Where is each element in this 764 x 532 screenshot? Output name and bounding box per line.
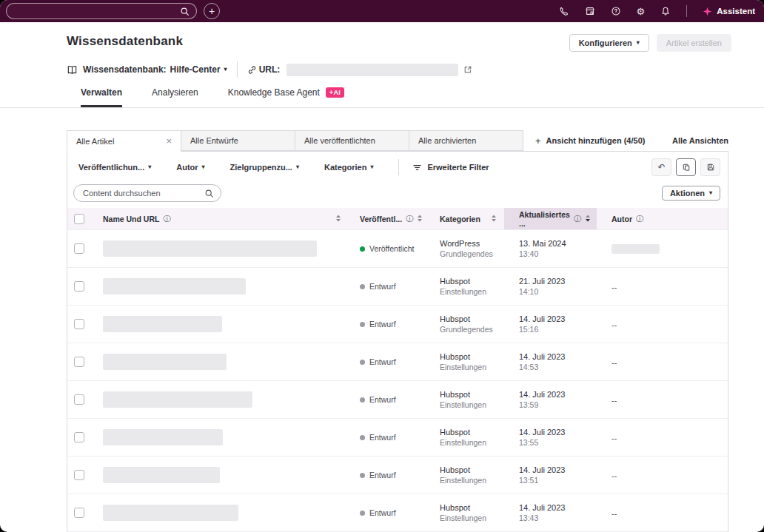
row-select-cell xyxy=(67,268,93,305)
filter-dropdown-kategorien[interactable]: Kategorien▾ xyxy=(324,163,373,172)
select-all-checkbox[interactable] xyxy=(74,214,84,224)
global-search-input[interactable] xyxy=(6,3,197,19)
help-icon[interactable] xyxy=(611,6,621,16)
kb-selector[interactable]: Hilfe-Center ▾ xyxy=(170,64,227,75)
view-tab-alle-archivierten[interactable]: Alle archivierten xyxy=(409,130,523,151)
filter-dropdown-autor[interactable]: Autor▾ xyxy=(176,163,204,172)
all-views-button[interactable]: Alle Ansichten xyxy=(672,130,728,151)
article-name-cell[interactable] xyxy=(93,240,349,257)
column-header-kategorien[interactable]: Kategorien xyxy=(419,208,504,229)
article-name-cell[interactable] xyxy=(93,467,349,483)
marketplace-icon[interactable] xyxy=(585,6,595,16)
row-select-cell xyxy=(67,381,93,418)
content-search-field[interactable] xyxy=(73,184,221,202)
status-badge: Veröffentlicht xyxy=(369,244,415,253)
chevron-down-icon: ▾ xyxy=(148,164,151,170)
url-label: URL: xyxy=(259,64,281,75)
redacted-article-name xyxy=(103,467,220,483)
chevron-down-icon: ▾ xyxy=(202,164,205,170)
column-header-name-und-url[interactable]: Name Und URLⓘ xyxy=(93,208,349,229)
article-name-cell[interactable] xyxy=(93,429,349,445)
column-header-autor[interactable]: Autorⓘ xyxy=(597,208,728,229)
article-name-cell[interactable] xyxy=(93,278,349,294)
add-view-button[interactable]: +Ansicht hinzufügen (4/50) xyxy=(535,130,645,151)
updated-time: 14:10 xyxy=(519,287,597,296)
updated-date: 14. Juli 2023 xyxy=(519,314,597,323)
sort-control[interactable] xyxy=(585,214,591,224)
status-cell: Entwurf xyxy=(349,320,419,329)
filter-dropdown-veröffentlichun-[interactable]: Veröffentlichun...▾ xyxy=(78,163,151,172)
tab-analysieren[interactable]: Analysieren xyxy=(152,87,198,107)
global-add-button[interactable]: + xyxy=(204,3,220,19)
notifications-icon[interactable] xyxy=(660,6,671,16)
status-badge: Entwurf xyxy=(369,320,396,329)
status-cell: Entwurf xyxy=(349,395,419,404)
author-cell xyxy=(597,244,728,254)
category-name: Hubspot xyxy=(440,352,504,361)
settings-icon[interactable]: ⚙ xyxy=(637,7,646,16)
view-tab-alle-veröffentlichten[interactable]: Alle veröffentlichten xyxy=(295,130,409,151)
article-name-cell[interactable] xyxy=(93,391,349,408)
view-tab-label: Alle veröffentlichten xyxy=(304,136,375,145)
sort-icon[interactable] xyxy=(491,214,497,223)
sort-control[interactable] xyxy=(491,214,497,224)
sort-icon[interactable] xyxy=(335,214,341,223)
row-checkbox[interactable] xyxy=(74,432,84,442)
author-value: -- xyxy=(611,434,617,442)
updated-time: 13:51 xyxy=(519,476,597,485)
column-label: Name Und URL xyxy=(103,215,159,223)
close-icon[interactable]: × xyxy=(166,136,172,146)
filter-row: Veröffentlichun...▾Autor▾Zielgruppenzu..… xyxy=(67,152,728,178)
article-name-cell[interactable] xyxy=(93,505,349,521)
subcategory-name: Einstellungen xyxy=(440,287,504,296)
column-header-veröffentl-[interactable]: Veröffentl...ⓘ xyxy=(349,208,419,229)
status-badge: Entwurf xyxy=(369,395,396,404)
table-search-row: Aktionen ▾ xyxy=(67,178,728,208)
updated-cell: 14. Juli 202314:53 xyxy=(504,352,597,371)
category-cell: HubspotGrundlegendes xyxy=(419,314,504,334)
view-tab-alle-entwürfe[interactable]: Alle Entwürfe xyxy=(181,130,295,151)
info-icon[interactable]: ⓘ xyxy=(574,214,581,224)
undo-button[interactable]: ↶ xyxy=(651,158,671,176)
chevron-down-icon: ▾ xyxy=(370,164,373,170)
row-checkbox[interactable] xyxy=(74,508,84,518)
save-view-button[interactable] xyxy=(700,158,720,176)
info-icon[interactable]: ⓘ xyxy=(636,214,643,224)
tab-verwalten[interactable]: Verwalten xyxy=(81,87,122,107)
assistant-button[interactable]: Assistent xyxy=(703,7,755,16)
search-icon xyxy=(204,189,214,198)
view-tab-label: Alle archivierten xyxy=(418,136,476,145)
updated-date: 21. Juli 2023 xyxy=(519,277,597,286)
author-value: -- xyxy=(611,509,617,518)
article-name-cell[interactable] xyxy=(93,354,349,370)
author-value: -- xyxy=(611,358,617,367)
row-checkbox[interactable] xyxy=(74,357,84,367)
tab-knowledge-base-agent[interactable]: Knowledge Base Agent+AI xyxy=(228,87,344,107)
sort-control[interactable] xyxy=(335,214,341,224)
clone-view-button[interactable] xyxy=(676,158,696,176)
author-cell: -- xyxy=(597,468,728,482)
redacted-article-name xyxy=(103,316,222,332)
row-checkbox[interactable] xyxy=(74,470,84,480)
article-name-cell[interactable] xyxy=(93,316,349,332)
status-cell: Entwurf xyxy=(349,357,419,366)
actions-button[interactable]: Aktionen ▾ xyxy=(662,186,720,201)
create-article-button[interactable]: Artikel erstellen xyxy=(657,34,731,52)
info-icon[interactable]: ⓘ xyxy=(406,214,413,224)
row-checkbox[interactable] xyxy=(74,243,84,254)
info-icon[interactable]: ⓘ xyxy=(163,214,170,224)
chevron-down-icon: ▾ xyxy=(296,164,299,170)
row-checkbox[interactable] xyxy=(74,394,84,405)
external-link-icon[interactable] xyxy=(463,65,472,74)
sort-icon[interactable] xyxy=(585,214,591,223)
phone-icon[interactable] xyxy=(559,6,569,16)
filter-dropdown-zielgruppenzu-[interactable]: Zielgruppenzu...▾ xyxy=(230,163,299,172)
view-tab-alle-artikel[interactable]: Alle Artikel× xyxy=(67,130,181,152)
category-cell: HubspotEinstellungen xyxy=(419,352,504,371)
content-search-input[interactable] xyxy=(83,189,204,198)
configure-button[interactable]: Konfigurieren ▾ xyxy=(569,34,649,52)
column-header-aktualisiertes-[interactable]: Aktualisiertes ...ⓘ xyxy=(504,208,597,229)
row-checkbox[interactable] xyxy=(74,281,84,292)
row-checkbox[interactable] xyxy=(74,319,84,329)
advanced-filters-button[interactable]: Erweiterte Filter xyxy=(412,163,489,172)
